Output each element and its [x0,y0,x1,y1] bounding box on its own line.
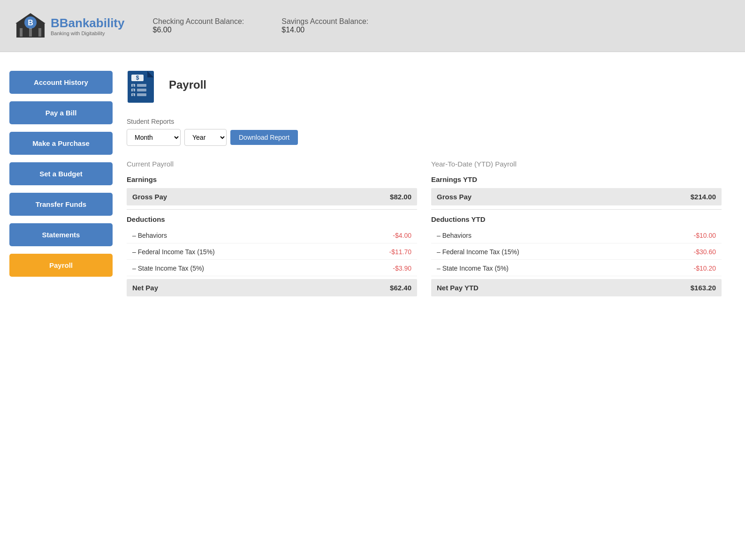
ytd-gross-pay-row: Gross Pay $214.00 [431,188,722,205]
savings-balance-label: Savings Account Balance: [281,17,368,26]
logo: B BBankability Banking with Digitability [14,9,125,42]
current-net-pay-label: Net Pay [132,284,158,292]
current-payroll-title: Current Payroll [127,160,417,168]
current-deduction-label-2: – State Income Tax (5%) [132,265,204,272]
current-deduction-value-2: -$3.90 [393,265,411,272]
ytd-net-pay-label: Net Pay YTD [437,284,479,292]
current-deduction-value-0: -$4.00 [393,232,411,239]
savings-balance-amount: $14.00 [281,26,368,34]
svg-text:$: $ [132,88,135,92]
payroll-button[interactable]: Payroll [9,254,113,277]
ytd-deduction-value-2: -$10.20 [694,265,716,272]
ytd-gross-pay-label: Gross Pay [437,193,471,201]
checking-balance: Checking Account Balance: $6.00 [153,17,244,34]
month-select[interactable]: MonthJanuaryFebruaryMarchAprilMayJuneJul… [127,129,181,146]
current-deductions-label: Deductions [127,213,417,225]
ytd-deduction-row-2: – State Income Tax (5%) -$10.20 [431,261,722,276]
account-history-button[interactable]: Account History [9,71,113,94]
ytd-payroll-title: Year-To-Date (YTD) Payroll [431,160,722,168]
year-select[interactable]: Year202020212022202320242025 [184,129,227,146]
ytd-deduction-row-1: – Federal Income Tax (15%) -$30.60 [431,244,722,260]
ytd-payroll-section: Year-To-Date (YTD) Payroll Earnings YTD … [431,160,722,296]
main-container: Account History Pay a Bill Make a Purcha… [0,52,745,310]
statements-button[interactable]: Statements [9,223,113,246]
make-a-purchase-button[interactable]: Make a Purchase [9,132,113,155]
current-deduction-value-1: -$11.70 [389,248,411,256]
divider-1 [127,209,417,210]
report-controls: MonthJanuaryFebruaryMarchAprilMayJuneJul… [127,129,722,146]
svg-rect-5 [29,28,32,37]
current-deduction-row-1: – Federal Income Tax (15%) -$11.70 [127,244,417,260]
svg-text:B: B [28,19,33,27]
payroll-content: $ $ $ $ Payroll Student Reports MonthJan… [113,66,736,296]
current-gross-pay-row: Gross Pay $82.00 [127,188,417,205]
svg-rect-15 [137,89,146,91]
ytd-net-pay-row: Net Pay YTD $163.20 [431,279,722,296]
ytd-deduction-label-1: – Federal Income Tax (15%) [437,248,519,256]
ytd-deduction-label-0: – Behaviors [437,232,471,239]
svg-rect-17 [137,93,146,96]
current-deduction-label-0: – Behaviors [132,232,167,239]
student-reports-section: Student Reports MonthJanuaryFebruaryMarc… [127,118,722,146]
current-gross-pay-label: Gross Pay [132,193,167,201]
savings-balance: Savings Account Balance: $14.00 [281,17,368,34]
page-header: B BBankability Banking with Digitability… [0,0,745,52]
ytd-gross-pay-value: $214.00 [691,193,716,201]
payroll-header: $ $ $ $ Payroll [127,66,722,104]
ytd-earnings-label: Earnings YTD [431,174,722,185]
current-net-pay-value: $62.40 [390,284,411,292]
student-reports-label: Student Reports [127,118,722,125]
current-payroll-section: Current Payroll Earnings Gross Pay $82.0… [127,160,417,296]
pay-a-bill-button[interactable]: Pay a Bill [9,101,113,124]
current-deduction-row-2: – State Income Tax (5%) -$3.90 [127,261,417,276]
current-gross-pay-value: $82.00 [390,193,411,201]
ytd-net-pay-value: $163.20 [691,284,716,292]
ytd-deduction-value-0: -$10.00 [694,232,716,239]
current-deduction-row-0: – Behaviors -$4.00 [127,228,417,243]
ytd-deduction-label-2: – State Income Tax (5%) [437,265,509,272]
current-net-pay-row: Net Pay $62.40 [127,279,417,296]
logo-text: BBankability Banking with Digitability [51,16,125,36]
page-title: Payroll [169,78,206,91]
download-report-button[interactable]: Download Report [230,130,298,145]
payroll-document-icon: $ $ $ $ [127,66,160,104]
ytd-deduction-row-0: – Behaviors -$10.00 [431,228,722,243]
ytd-deductions-label: Deductions YTD [431,213,722,225]
current-deduction-label-1: – Federal Income Tax (15%) [132,248,215,256]
current-earnings-label: Earnings [127,174,417,185]
divider-2 [431,209,722,210]
svg-rect-4 [20,28,23,37]
svg-rect-6 [38,28,41,37]
logo-brand: BBankability [51,16,125,30]
set-a-budget-button[interactable]: Set a Budget [9,162,113,185]
ytd-deduction-value-1: -$30.60 [694,248,716,256]
checking-balance-label: Checking Account Balance: [153,17,244,26]
account-balances: Checking Account Balance: $6.00 Savings … [153,17,369,34]
bank-logo-icon: B [14,9,47,42]
transfer-funds-button[interactable]: Transfer Funds [9,193,113,216]
logo-tagline: Banking with Digitability [51,30,125,36]
checking-balance-amount: $6.00 [153,26,244,34]
svg-rect-13 [137,84,146,87]
svg-text:$: $ [136,75,139,81]
svg-text:$: $ [132,83,135,88]
sidebar: Account History Pay a Bill Make a Purcha… [9,66,113,296]
payroll-tables: Current Payroll Earnings Gross Pay $82.0… [127,160,722,296]
svg-text:$: $ [132,93,135,97]
